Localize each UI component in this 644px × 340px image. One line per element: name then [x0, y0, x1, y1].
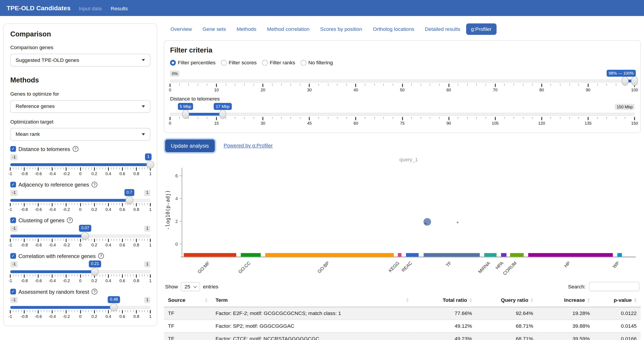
tick-label: 1 [149, 279, 152, 283]
slider-handle[interactable] [146, 161, 154, 169]
table-cell-p-value: 0.0145 [594, 320, 641, 333]
method-label: Distance to telomeres [18, 146, 70, 152]
slider-track[interactable] [170, 113, 634, 116]
column-header-term[interactable]: Term [212, 295, 413, 307]
column-label: Total ratio [443, 297, 467, 303]
table-cell-term: Factor: CTCF; motif: NCCRSTAGGGGGCGC [212, 333, 413, 340]
slider-handle[interactable] [631, 76, 638, 86]
tick-label: -0.4 [49, 315, 56, 319]
column-header-query-ratio[interactable]: Query ratio [476, 295, 537, 307]
table-cell-increase: 39.59% [537, 333, 594, 340]
method-checkbox-row[interactable]: ✓Adjacency to reference genes? [10, 182, 150, 188]
slider-handle[interactable] [110, 303, 118, 311]
method-weight-slider[interactable]: -11-1-0.8-0.6-0.4-0.200.20.40.60.81 [10, 153, 150, 176]
tick-label: 10 [214, 88, 219, 92]
help-icon[interactable]: ? [67, 218, 73, 223]
radio-filter-scores[interactable]: Filter scores [221, 60, 256, 66]
tick-label: 80 [539, 88, 544, 92]
tick-label: 0 [79, 315, 82, 319]
search-input[interactable] [589, 282, 640, 291]
column-header-total-ratio[interactable]: Total ratio [413, 295, 476, 307]
svg-text:GO:BP: GO:BP [316, 260, 330, 274]
slider-track[interactable] [10, 306, 150, 309]
help-icon[interactable]: ? [73, 146, 78, 152]
svg-text:HP: HP [563, 260, 571, 268]
column-header-source[interactable]: Source [164, 295, 212, 307]
slider-track[interactable] [170, 80, 634, 82]
method-checkbox-row[interactable]: ✓Clustering of genes? [10, 217, 150, 224]
caret-down-icon [142, 59, 145, 61]
slider-handle[interactable] [81, 232, 89, 240]
tab-detailed-results[interactable]: Detailed results [420, 23, 465, 35]
slider-fill [10, 270, 95, 273]
radio-filter-ranks[interactable]: Filter ranks [262, 60, 295, 66]
comparison-genes-select[interactable]: Suggested TPE-OLD genes [10, 54, 150, 67]
svg-text:CORUM: CORUM [502, 260, 518, 276]
slider-track[interactable] [10, 163, 150, 166]
tick-label: 90 [586, 88, 590, 92]
tick-label: 0 [169, 88, 171, 92]
page-size-control: Show 25 entries [165, 282, 218, 291]
update-analysis-button[interactable]: Update analysis [165, 139, 214, 152]
method-checkbox-row[interactable]: ✓Distance to telomeres? [10, 146, 150, 152]
tab-gene-sets[interactable]: Gene sets [198, 23, 231, 35]
tick-label: -0.8 [21, 172, 28, 176]
tab-methods[interactable]: Methods [232, 23, 261, 35]
method-weight-slider[interactable]: -110.21-1-0.8-0.6-0.4-0.200.20.40.60.81 [10, 260, 150, 284]
slider-min-badge: -1 [10, 225, 18, 232]
slider-tick-labels: -1-0.8-0.6-0.4-0.200.20.40.60.81 [10, 207, 150, 212]
help-icon[interactable]: ? [92, 289, 97, 295]
page-size-select[interactable]: 25 [181, 282, 200, 291]
method-checkbox-row[interactable]: ✓Assessment by random forest? [10, 289, 150, 295]
column-header-p-value[interactable]: p-value [594, 295, 641, 307]
filter-mode-radios: Filter percentilesFilter scoresFilter ra… [170, 60, 634, 66]
help-icon[interactable]: ? [98, 253, 104, 259]
svg-text:query_1: query_1 [399, 157, 418, 163]
slider-handle[interactable] [622, 76, 629, 86]
slider-handle[interactable] [182, 109, 189, 119]
tab-method-correlation[interactable]: Method correlation [262, 23, 314, 35]
slider-track[interactable] [10, 235, 150, 237]
slider-track[interactable] [10, 270, 150, 273]
method-weight-slider[interactable]: -110.7-1-0.8-0.6-0.4-0.200.20.40.60.81 [10, 189, 150, 212]
checkbox-checked-icon[interactable]: ✓ [10, 253, 16, 259]
tab-overview[interactable]: Overview [166, 23, 197, 35]
distance-range-slider[interactable]: 150 Mbp5 Mbp17 Mbp0153045607590105120135… [170, 103, 634, 126]
method-checkbox-row[interactable]: ✓Correlation with reference genes? [10, 253, 150, 259]
slider-value-chip: 1 [145, 153, 152, 160]
tab-ortholog-locations[interactable]: Ortholog locations [368, 23, 419, 35]
slider-handle[interactable] [219, 109, 226, 119]
nav-item-results[interactable]: Results [111, 5, 128, 11]
tick-label: 0.8 [134, 207, 139, 211]
tab-scores-by-position[interactable]: Scores by position [315, 23, 367, 35]
nav-item-input-data[interactable]: Input data [79, 5, 102, 11]
help-icon[interactable]: ? [92, 182, 97, 188]
comparison-heading: Comparison [10, 30, 150, 39]
table-row: TFFactor: CTCF; motif: NCCRSTAGGGGGCGC49… [164, 333, 641, 340]
table-cell-source: TF [164, 320, 212, 333]
checkbox-checked-icon[interactable]: ✓ [10, 289, 16, 295]
optimize-select[interactable]: Reference genes [10, 100, 150, 113]
method-weight-slider[interactable]: -110.07-1-0.8-0.6-0.4-0.200.20.40.60.81 [10, 225, 150, 248]
table-cell-increase: 39.88% [537, 320, 594, 333]
radio-label: Filter scores [228, 60, 256, 66]
table-cell-total-ratio: 77.66% [413, 307, 476, 320]
tick-label: 0.2 [92, 207, 97, 211]
method-weight-slider[interactable]: -110.48-1-0.8-0.6-0.4-0.200.20.40.60.81 [10, 296, 150, 319]
column-header-increase[interactable]: Increase [537, 295, 594, 307]
tick-label: 0.2 [92, 172, 97, 176]
percentile-range-slider[interactable]: 0%98% — 100%0102030405060708090100 [170, 70, 634, 93]
tab-g-profiler[interactable]: g:Profiler [466, 23, 496, 35]
radio-no-filtering[interactable]: No filtering [300, 60, 333, 66]
radio-filter-percentiles[interactable]: Filter percentiles [170, 60, 216, 66]
slider-handle[interactable] [91, 268, 99, 276]
checkbox-checked-icon[interactable]: ✓ [10, 146, 16, 152]
table-cell-query-ratio: 92.64% [476, 307, 537, 320]
checkbox-checked-icon[interactable]: ✓ [10, 182, 16, 188]
slider-handle[interactable] [126, 196, 133, 204]
tick-label: 0.2 [92, 315, 97, 319]
radio-icon [300, 60, 306, 66]
target-select[interactable]: Mean rank [10, 128, 150, 141]
powered-by-gprofiler-link[interactable]: Powered by g:Profiler [224, 143, 273, 149]
checkbox-checked-icon[interactable]: ✓ [10, 218, 16, 223]
